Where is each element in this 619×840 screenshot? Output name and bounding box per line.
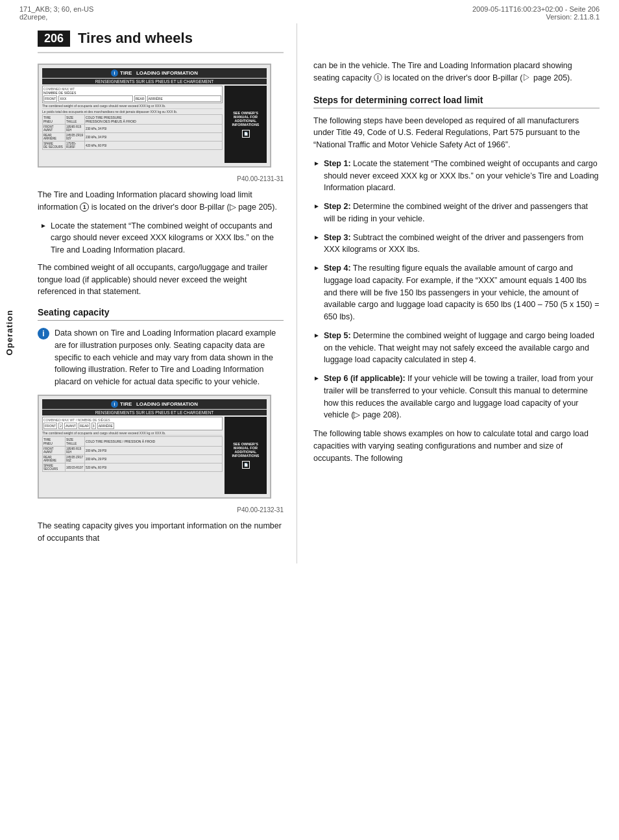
sidebar-label: Operation [5, 310, 14, 355]
step-6-arrow: ► [313, 375, 320, 382]
step-2-body: Determine the combined weight of the dri… [324, 202, 588, 223]
header-right: 2009-05-11T16:00:23+02:00 - Seite 206 Ve… [472, 5, 600, 21]
page-header: 171_AKB; 3; 60, en-US d2urepe, 2009-05-1… [0, 0, 619, 23]
step-3-arrow: ► [313, 234, 320, 241]
step-5-arrow: ► [313, 332, 320, 339]
step-2-arrow: ► [313, 203, 320, 210]
chapter-title: Tires and wheels [78, 30, 193, 47]
placard2-caption: P40.00-2132-31 [38, 506, 284, 513]
step-3-label: Step 3: [324, 233, 351, 242]
steps-intro: The following steps have been developed … [313, 115, 600, 151]
bullet-text-1: Locate the statement “The combined weigh… [51, 220, 284, 256]
info-text: Data shown on Tire and Loading Informati… [55, 327, 284, 388]
chapter-number: 206 [38, 31, 70, 47]
steps-title: Steps for determining correct load limit [313, 95, 600, 108]
step-2-text: Step 2: Determine the combined weight of… [324, 201, 600, 225]
step-1-body: Locate the statement “The combined weigh… [324, 159, 599, 193]
step-3-text: Step 3: Subtract the combined weight of … [324, 232, 600, 256]
step-1: ► Step 1: Locate the statement “The comb… [313, 158, 600, 194]
step-3: ► Step 3: Subtract the combined weight o… [313, 232, 600, 256]
step-4-text: Step 4: The resulting figure equals the … [324, 262, 600, 323]
placard1-caption: P40.00-2131-31 [38, 175, 284, 182]
step-4-label: Step 4: [324, 264, 351, 273]
step-5: ► Step 5: Determine the combined weight … [313, 330, 600, 366]
right-column: can be in the vehicle. The Tire and Load… [297, 23, 619, 563]
bullet-item-1: ► Locate the statement “The combined wei… [38, 220, 284, 256]
step-4-arrow: ► [313, 264, 320, 271]
step-2: ► Step 2: Determine the combined weight … [313, 201, 600, 225]
seating-capacity-title: Seating capacity [38, 307, 284, 321]
step-6-label: Step 6 (if applicable): [324, 374, 406, 383]
placard-image-1: i TIRE LOADING INFORMATION RENSEIGNEMENT… [38, 64, 271, 167]
footer-text-right: The following table shows examples on ho… [313, 428, 600, 464]
step-4: ► Step 4: The resulting figure equals th… [313, 262, 600, 323]
placard-image-2: i TIRE LOADING INFORMATION RENSEIGNEMENT… [38, 395, 271, 499]
right-intro-text: can be in the vehicle. The Tire and Load… [313, 60, 600, 84]
step-4-body: The resulting figure equals the availabl… [324, 264, 600, 321]
step-5-body: Determine the combined weight of luggage… [324, 331, 594, 365]
chapter-header: 206 Tires and wheels [38, 30, 284, 53]
body-text-1: The combined weight of all occupants, ca… [38, 262, 284, 298]
info-icon: i [38, 328, 49, 340]
step-6-text: Step 6 (if applicable): If your vehicle … [324, 373, 600, 421]
step-5-label: Step 5: [324, 331, 351, 340]
left-column: 206 Tires and wheels i TIRE LOADING INFO… [18, 23, 297, 563]
header-left: 171_AKB; 3; 60, en-US d2urepe, [19, 5, 93, 21]
info-box: i Data shown on Tire and Loading Informa… [38, 327, 284, 388]
step-1-arrow: ► [313, 160, 320, 167]
footer-text-left: The seating capacity gives you important… [38, 520, 284, 545]
sidebar-operation: Operation [0, 23, 18, 563]
intro-text-left: The Tire and Loading Information placard… [38, 189, 284, 214]
bullet-arrow-1: ► [40, 222, 47, 256]
step-3-body: Subtract the combined weight of the driv… [324, 233, 583, 254]
step-1-text: Step 1: Locate the statement “The combin… [324, 158, 600, 194]
step-5-text: Step 5: Determine the combined weight of… [324, 330, 600, 366]
step-1-label: Step 1: [324, 159, 351, 168]
step-6: ► Step 6 (if applicable): If your vehicl… [313, 373, 600, 421]
step-2-label: Step 2: [324, 202, 351, 211]
